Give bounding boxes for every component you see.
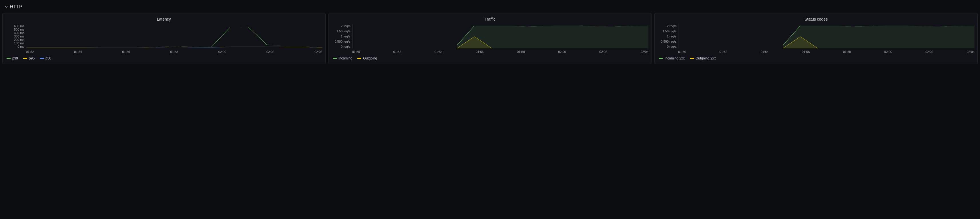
x-tick: 01:58 xyxy=(170,50,178,54)
y-tick: 200 ms xyxy=(14,38,24,41)
panel-status-codes: Status codes 2 req/s 1.50 req/s 1 req/s … xyxy=(654,13,978,64)
y-tick: 400 ms xyxy=(14,31,24,35)
x-axis: 01:50 01:52 01:54 01:56 01:58 02:00 02:0… xyxy=(657,48,975,54)
legend-swatch xyxy=(40,58,44,59)
x-tick: 02:00 xyxy=(218,50,226,54)
x-tick: 02:02 xyxy=(600,50,608,54)
y-tick: 2 req/s xyxy=(667,24,677,28)
legend-swatch xyxy=(23,58,27,59)
panel-title: Traffic xyxy=(332,16,649,24)
y-tick: 0 req/s xyxy=(341,45,350,48)
legend-swatch xyxy=(690,58,694,59)
chart-svg xyxy=(26,24,323,48)
y-tick: 0 ms xyxy=(18,45,24,48)
x-tick: 01:56 xyxy=(476,50,484,54)
y-tick: 0.500 req/s xyxy=(335,40,350,43)
chart-plot[interactable] xyxy=(678,24,975,48)
y-tick: 300 ms xyxy=(14,35,24,38)
legend-item-outgoing-2xx[interactable]: Outgoing 2xx xyxy=(690,56,716,60)
x-tick: 02:02 xyxy=(266,50,274,54)
chart-area[interactable]: 2 req/s 1.50 req/s 1 req/s 0.500 req/s 0… xyxy=(332,24,649,48)
legend-item-p99[interactable]: p99 xyxy=(6,56,18,60)
x-tick: 01:54 xyxy=(434,50,442,54)
legend-item-p95[interactable]: p95 xyxy=(23,56,35,60)
chevron-down-icon xyxy=(5,5,8,9)
legend-swatch xyxy=(333,58,337,59)
y-tick: 2 req/s xyxy=(341,24,350,28)
legend-swatch xyxy=(659,58,663,59)
legend-label: p95 xyxy=(29,56,35,60)
chart-svg xyxy=(678,24,975,48)
x-tick: 02:04 xyxy=(641,50,649,54)
x-axis: 01:52 01:54 01:56 01:58 02:00 02:02 02:0… xyxy=(5,48,323,54)
chart-plot[interactable] xyxy=(352,24,649,48)
y-tick: 100 ms xyxy=(14,41,24,45)
x-tick: 01:56 xyxy=(802,50,810,54)
x-axis: 01:50 01:52 01:54 01:56 01:58 02:00 02:0… xyxy=(332,48,649,54)
legend: Incoming 2xx Outgoing 2xx xyxy=(657,54,975,61)
legend-label: Incoming 2xx xyxy=(664,56,685,60)
x-tick: 01:54 xyxy=(761,50,769,54)
y-axis: 2 req/s 1.50 req/s 1 req/s 0.500 req/s 0… xyxy=(657,24,678,48)
x-tick: 02:00 xyxy=(884,50,892,54)
section-header[interactable]: HTTP xyxy=(2,2,978,13)
legend-swatch xyxy=(6,58,11,59)
x-tick: 01:50 xyxy=(678,50,686,54)
legend: Incoming Outgoing xyxy=(332,54,649,61)
y-tick: 1 req/s xyxy=(667,35,677,38)
x-tick: 01:52 xyxy=(26,50,34,54)
y-tick: 1.50 req/s xyxy=(662,29,676,33)
y-tick: 1 req/s xyxy=(341,35,350,38)
panel-traffic: Traffic 2 req/s 1.50 req/s 1 req/s 0.500… xyxy=(328,13,652,64)
legend-label: Incoming xyxy=(339,56,353,60)
legend-item-incoming-2xx[interactable]: Incoming 2xx xyxy=(659,56,685,60)
legend-label: Outgoing xyxy=(363,56,377,60)
x-tick: 01:54 xyxy=(74,50,82,54)
chart-area[interactable]: 2 req/s 1.50 req/s 1 req/s 0.500 req/s 0… xyxy=(657,24,975,48)
panel-row: Latency 600 ms 500 ms 400 ms 300 ms 200 … xyxy=(2,13,978,64)
x-tick: 02:00 xyxy=(558,50,566,54)
legend-label: p99 xyxy=(12,56,18,60)
x-tick: 01:58 xyxy=(843,50,851,54)
x-tick: 01:52 xyxy=(719,50,727,54)
legend-label: p50 xyxy=(45,56,51,60)
x-tick: 01:58 xyxy=(517,50,525,54)
section-title: HTTP xyxy=(10,4,22,10)
x-tick: 01:50 xyxy=(352,50,360,54)
chart-svg xyxy=(353,24,649,48)
x-tick: 01:52 xyxy=(393,50,401,54)
x-tick: 02:04 xyxy=(967,50,975,54)
panel-latency: Latency 600 ms 500 ms 400 ms 300 ms 200 … xyxy=(2,13,326,64)
legend: p99 p95 p50 xyxy=(5,54,323,61)
panel-title: Status codes xyxy=(657,16,975,24)
panel-title: Latency xyxy=(5,16,323,24)
x-tick: 02:04 xyxy=(315,50,323,54)
legend-label: Outgoing 2xx xyxy=(695,56,716,60)
chart-plot[interactable] xyxy=(26,24,323,48)
x-tick: 01:56 xyxy=(122,50,130,54)
y-axis: 600 ms 500 ms 400 ms 300 ms 200 ms 100 m… xyxy=(5,24,26,48)
y-axis: 2 req/s 1.50 req/s 1 req/s 0.500 req/s 0… xyxy=(332,24,352,48)
y-tick: 0 req/s xyxy=(667,45,677,48)
legend-item-incoming[interactable]: Incoming xyxy=(333,56,353,60)
legend-item-outgoing[interactable]: Outgoing xyxy=(357,56,377,60)
y-tick: 1.50 req/s xyxy=(336,29,350,33)
y-tick: 0.500 req/s xyxy=(661,40,676,43)
y-tick: 500 ms xyxy=(14,28,24,31)
legend-item-p50[interactable]: p50 xyxy=(40,56,51,60)
chart-area[interactable]: 600 ms 500 ms 400 ms 300 ms 200 ms 100 m… xyxy=(5,24,323,48)
legend-swatch xyxy=(357,58,361,59)
x-tick: 02:02 xyxy=(925,50,934,54)
y-tick: 600 ms xyxy=(14,24,24,28)
